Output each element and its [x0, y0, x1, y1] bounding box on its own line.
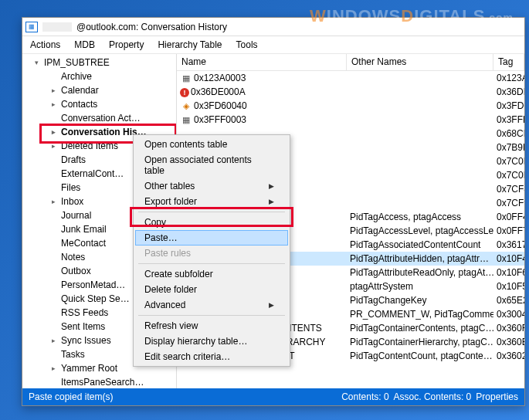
- property-icon: ▦: [180, 73, 192, 83]
- ctx-other-tables[interactable]: Other tables▶: [135, 178, 288, 194]
- status-bar: Paste copied item(s) Contents: 0 Assoc. …: [22, 388, 524, 405]
- ctx-paste[interactable]: Paste…: [135, 230, 288, 246]
- tree-item[interactable]: ItemsPaneSearch…: [30, 375, 176, 388]
- menu-tools[interactable]: Tools: [236, 39, 258, 50]
- table-row[interactable]: ▦0x3FFF00030x3FFF0003: [177, 113, 524, 127]
- status-left: Paste copied item(s): [29, 391, 113, 402]
- chevron-right-icon: ▶: [269, 182, 274, 190]
- context-menu: Open contents table Open associated cont…: [133, 134, 290, 367]
- ctx-edit-search[interactable]: Edit search criteria…: [135, 349, 288, 364]
- watermark: WINDOWSDIGITALS.com: [310, 6, 514, 26]
- error-icon: !: [180, 88, 189, 97]
- ctx-create-subfolder[interactable]: Create subfolder: [135, 266, 288, 282]
- menu-actions[interactable]: Actions: [30, 39, 60, 50]
- menu-property[interactable]: Property: [109, 39, 144, 50]
- ctx-refresh[interactable]: Refresh view: [135, 318, 288, 334]
- ctx-export[interactable]: Export folder▶: [135, 194, 288, 209]
- tree-item[interactable]: ▸Calendar: [30, 83, 176, 97]
- window-title: @outlook.com: Conversation History: [76, 22, 227, 32]
- tree-root-item[interactable]: ▾IPM_SUBTREE: [30, 56, 176, 69]
- ctx-advanced[interactable]: Advanced▶: [135, 297, 288, 313]
- ctx-display-hierarchy[interactable]: Display hierarchy table…: [135, 334, 288, 349]
- menu-hierarchy[interactable]: Hierarchy Table: [158, 39, 222, 50]
- table-row[interactable]: ▦0x123A00030x123A0003: [177, 71, 524, 85]
- tree-item[interactable]: Archive: [30, 69, 176, 83]
- separator: [138, 315, 285, 316]
- tree-item[interactable]: ▸Contacts: [30, 97, 176, 111]
- table-row[interactable]: !0x36DE000A0x36DE000A: [177, 85, 524, 99]
- tree-item[interactable]: Conversation Act…: [30, 111, 176, 125]
- separator: [138, 263, 285, 264]
- ctx-open-assoc[interactable]: Open associated contents table: [135, 152, 288, 178]
- table-row[interactable]: ◈0x3FD600400x3FD60040: [177, 99, 524, 113]
- obscured-user: [42, 22, 72, 32]
- ctx-open-contents[interactable]: Open contents table: [135, 137, 288, 152]
- chevron-right-icon: ▶: [269, 301, 274, 309]
- col-other[interactable]: Other Names: [347, 54, 493, 70]
- property-icon: ▦: [180, 114, 192, 125]
- chevron-right-icon: ▶: [269, 198, 274, 205]
- separator: [138, 212, 285, 212]
- col-tag[interactable]: Tag: [493, 54, 524, 70]
- col-name[interactable]: Name: [177, 54, 347, 70]
- ctx-paste-rules: Paste rules: [135, 246, 288, 261]
- status-assoc: Assoc. Contents: 0: [394, 391, 472, 402]
- status-props: Properties: [476, 391, 518, 402]
- column-headers: Name Other Names Tag: [177, 54, 524, 71]
- ctx-delete-folder[interactable]: Delete folder: [135, 282, 288, 297]
- status-contents: Contents: 0: [341, 391, 388, 402]
- warning-icon: ◈: [180, 100, 192, 111]
- ctx-copy[interactable]: Copy: [135, 215, 288, 230]
- menubar: Actions MDB Property Hierarchy Table Too…: [22, 36, 524, 54]
- app-icon: ▦: [25, 22, 38, 32]
- menu-mdb[interactable]: MDB: [74, 39, 95, 50]
